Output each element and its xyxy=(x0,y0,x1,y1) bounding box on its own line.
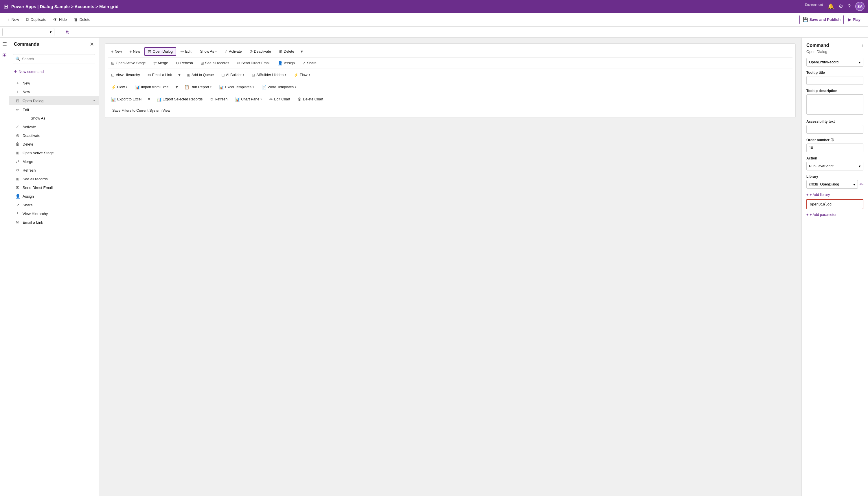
ribbon-btn-flow[interactable]: ⚡Flow▾ xyxy=(108,83,130,91)
ribbon-btn-send-direct-email[interactable]: ✉Send Direct Email xyxy=(234,59,273,67)
command-item-deactivate[interactable]: ⊘ Deactivate xyxy=(9,131,99,140)
ribbon-btn-ai-builder[interactable]: ⊡AI Builder▾ xyxy=(218,71,247,79)
tooltip-title-input[interactable] xyxy=(806,76,863,85)
ribbon-btn-import-from-excel[interactable]: 📊Import from Excel xyxy=(132,83,172,91)
add-command-button[interactable]: + New command xyxy=(13,67,95,76)
code-box[interactable]: openDialog xyxy=(806,199,863,209)
command-item-emailalink[interactable]: ✉ Email a Link xyxy=(9,218,99,227)
ribbon-more-button[interactable]: ▾ xyxy=(174,82,180,91)
ribbon-icon: ⚡ xyxy=(111,85,116,89)
command-item-new2[interactable]: + New xyxy=(9,88,99,96)
sidebar-collapse-icon[interactable]: ☰ xyxy=(2,41,7,47)
ribbon-btn-run-report[interactable]: 📋Run Report▾ xyxy=(181,83,215,91)
user-avatar[interactable]: SA xyxy=(855,2,865,11)
hide-button[interactable]: 👁 Hide xyxy=(50,15,70,24)
formula-input[interactable] xyxy=(76,28,866,36)
order-number-input[interactable] xyxy=(806,143,863,152)
ribbon-btn-new[interactable]: +New xyxy=(108,47,125,56)
ribbon-btn-activate[interactable]: ✓Activate xyxy=(221,47,245,56)
ribbon-btn-add-to-queue[interactable]: ⊞Add to Queue xyxy=(184,71,217,79)
edit-library-icon[interactable]: ✏ xyxy=(859,182,863,187)
add-parameter-button[interactable]: + + Add parameter xyxy=(806,213,863,217)
tooltip-description-input[interactable] xyxy=(806,94,863,114)
expand-icon[interactable]: › xyxy=(862,42,863,48)
search-box[interactable]: 🔍 xyxy=(13,54,95,63)
ribbon-btn-excel-templates[interactable]: 📊Excel Templates▾ xyxy=(216,83,257,91)
command-item-assign[interactable]: 👤 Assign xyxy=(9,192,99,201)
command-item-viewhierarchy[interactable]: ⋮ View Hierarchy xyxy=(9,209,99,218)
cmd-label-senddirectemail: Send Direct Email xyxy=(22,186,95,190)
commands-list: + New + New ⊡ Open Dialog ··· ✏ Edit Sho… xyxy=(9,79,99,496)
command-item-share[interactable]: ↗ Share xyxy=(9,201,99,209)
order-number-field: Order number ⓘ xyxy=(806,138,863,152)
settings-icon[interactable]: ⚙ xyxy=(838,3,843,10)
ribbon-btn-view-hierarchy[interactable]: ⊡View Hierarchy xyxy=(108,71,143,79)
ribbon-btn-see-all-records[interactable]: ⊞See all records xyxy=(197,59,232,67)
ribbon-more-button[interactable]: ▾ xyxy=(146,95,152,104)
accessibility-text-input[interactable] xyxy=(806,125,863,134)
save-publish-button[interactable]: 💾 Save and Publish xyxy=(800,15,844,24)
ribbon-btn-show-as[interactable]: Show As▾ xyxy=(195,48,220,55)
command-item-activate[interactable]: ✓ Activate xyxy=(9,122,99,131)
library-dropdown[interactable]: cr03b_OpenDialog ▾ xyxy=(806,180,858,189)
search-input[interactable] xyxy=(22,57,93,61)
command-item-openactivestage[interactable]: ⊞ Open Active Stage xyxy=(9,149,99,157)
new-button[interactable]: + New xyxy=(5,15,22,24)
ribbon-btn-export-selected-records[interactable]: 📊Export Selected Records xyxy=(153,95,206,103)
sidebar-pages-icon[interactable]: ⊞ xyxy=(2,52,7,59)
ribbon-btn-delete[interactable]: 🗑Delete xyxy=(275,47,297,56)
cmd-icon-share: ↗ xyxy=(15,203,20,207)
ribbon-btn-open-dialog[interactable]: ⊡Open Dialog xyxy=(144,47,176,56)
grid-icon[interactable]: ⊞ xyxy=(3,3,9,10)
ribbon-btn-merge[interactable]: ⇄Merge xyxy=(150,59,171,67)
command-item-senddirectemail[interactable]: ✉ Send Direct Email xyxy=(9,183,99,192)
ribbon-btn-deactivate[interactable]: ⊘Deactivate xyxy=(246,47,274,56)
command-item-refresh[interactable]: ↻ Refresh xyxy=(9,166,99,174)
ribbon-btn-edit[interactable]: ✏Edit xyxy=(177,47,195,56)
notification-icon[interactable]: 🔔 xyxy=(827,3,834,10)
ribbon-btn-assign[interactable]: 👤Assign xyxy=(274,59,298,67)
ribbon-btn-refresh[interactable]: ↻Refresh xyxy=(172,59,196,67)
ribbon-btn-share[interactable]: ↗Share xyxy=(299,59,320,67)
ribbon-btn-word-templates[interactable]: 📄Word Templates▾ xyxy=(258,83,299,91)
command-item-seeallrecords[interactable]: ⊞ See all records xyxy=(9,174,99,183)
command-item-delete[interactable]: 🗑 Delete xyxy=(9,140,99,149)
ribbon-btn-aibuilder-hidden[interactable]: ⊡AIBuilder Hidden▾ xyxy=(249,71,289,79)
ribbon-btn-refresh[interactable]: ↻Refresh xyxy=(207,95,231,103)
ribbon-row-2: ⊡View Hierarchy✉Email a Link▾⊞Add to Que… xyxy=(108,69,792,80)
command-subtitle: Open Dialog xyxy=(806,49,863,54)
ribbon-btn-export-to-excel[interactable]: 📊Export to Excel xyxy=(108,95,145,103)
command-item-edit[interactable]: ✏ Edit xyxy=(9,105,99,114)
ribbon-btn-edit-chart[interactable]: ✏Edit Chart xyxy=(266,95,294,103)
command-item-opendialog[interactable]: ⊡ Open Dialog ··· xyxy=(9,96,99,105)
chevron-icon: ▾ xyxy=(215,50,217,53)
play-button[interactable]: ▶ Play xyxy=(845,15,863,24)
panel-close-button[interactable]: ✕ xyxy=(90,41,94,47)
ribbon-btn-delete-chart[interactable]: 🗑Delete Chart xyxy=(295,95,326,103)
action-dropdown-1[interactable]: OpenEntityRecord ▾ xyxy=(806,58,863,66)
cmd-label-openactivestage: Open Active Stage xyxy=(22,151,95,155)
action-dropdown-2[interactable]: Run JavaScript ▾ xyxy=(806,162,863,170)
duplicate-button[interactable]: ⧉ Duplicate xyxy=(23,15,49,24)
cmd-icon-assign: 👤 xyxy=(15,194,20,199)
ribbon-icon: 📊 xyxy=(235,97,240,102)
main-layout: ☰ ⊞ Commands ✕ 🔍 + New command + New + N… xyxy=(0,37,868,496)
help-icon[interactable]: ? xyxy=(848,3,851,10)
cmd-label-share: Share xyxy=(22,203,95,207)
ribbon-btn-save-filters-to-current-system-view[interactable]: Save Filters to Current System View xyxy=(108,107,174,114)
ribbon-btn-chart-pane[interactable]: 📊Chart Pane▾ xyxy=(232,95,265,103)
delete-button[interactable]: 🗑 Delete xyxy=(71,15,93,24)
ribbon-btn-new[interactable]: +New xyxy=(126,47,143,56)
more-icon[interactable]: ··· xyxy=(91,98,95,103)
formula-dropdown[interactable]: ▾ xyxy=(2,28,54,36)
ribbon-btn-flow[interactable]: ⚡Flow▾ xyxy=(290,71,313,79)
ribbon-btn-open-active-stage[interactable]: ⊞Open Active Stage xyxy=(108,59,149,67)
command-item-new1[interactable]: + New xyxy=(9,79,99,88)
ribbon-more-button[interactable]: ▾ xyxy=(176,70,183,79)
command-item-merge[interactable]: ⇄ Merge xyxy=(9,157,99,166)
ribbon-more-button[interactable]: ▾ xyxy=(299,47,305,56)
add-library-button[interactable]: + + Add library xyxy=(806,193,863,197)
cmd-icon-emailalink: ✉ xyxy=(15,220,20,224)
command-item-showas[interactable]: Show As xyxy=(9,114,99,122)
ribbon-btn-email-a-link[interactable]: ✉Email a Link xyxy=(144,71,175,79)
